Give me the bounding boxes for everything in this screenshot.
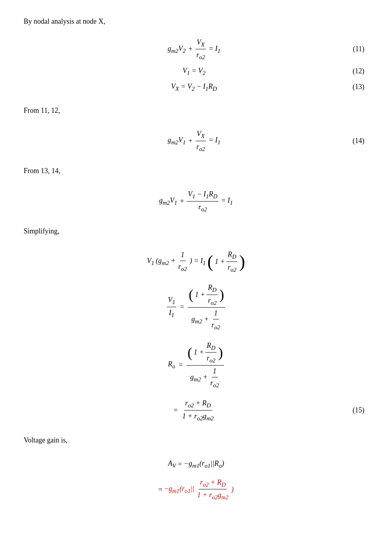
equation-14-row: gm2V1 + VX ro2 = I1 (14) bbox=[24, 128, 368, 153]
av-eq-1: AV = −gm1(ro1||Ro) bbox=[168, 458, 224, 470]
voltage-gain-text: Voltage gain is, bbox=[24, 435, 368, 446]
equation-13: VX = V2 − I1RD bbox=[171, 81, 217, 93]
eq11-label: (11) bbox=[220, 43, 368, 55]
eq13-label: (13) bbox=[217, 81, 368, 93]
intro-text: By nodal analysis at node X, bbox=[24, 16, 368, 27]
av-eq-2-row: = −gm1(ro1|| ro2 + RD 1 + ro2gm2 ) bbox=[24, 477, 368, 502]
equation-combined-row: gm2V1 + V1 − I1RD ro2 = I1 bbox=[24, 188, 368, 214]
equation-14: gm2V1 + VX ro2 = I1 bbox=[168, 128, 220, 153]
equations-block-1: gm2V2 + VX ro2 = I1 (11) V1 = V2 (12) bbox=[24, 37, 368, 93]
equation-13-row: VX = V2 − I1RD (13) bbox=[24, 81, 368, 93]
equation-12: V1 = V2 bbox=[183, 65, 205, 78]
equations-block-3: gm2V1 + V1 − I1RD ro2 = I1 bbox=[24, 188, 368, 214]
eq12-label: (12) bbox=[205, 65, 368, 77]
simplifying-text: Simplifying, bbox=[24, 226, 368, 237]
eq15-label: (15) bbox=[215, 405, 368, 416]
simplify-eq-2: V1 I1 = ( 1 + RD ro2 ) gm2 + bbox=[167, 282, 225, 332]
simplify-eq-2-row: V1 I1 = ( 1 + RD ro2 ) gm2 + bbox=[24, 282, 368, 332]
page-content: By nodal analysis at node X, gm2V2 + VX … bbox=[24, 16, 368, 502]
simplify-eq-3: Ro = ( 1 + RD ro2 ) gm2 + bbox=[168, 340, 224, 390]
equation-12-row: V1 = V2 (12) bbox=[24, 65, 368, 78]
voltage-gain-block: AV = −gm1(ro1||Ro) = −gm1(ro1|| ro2 + RD… bbox=[24, 458, 368, 502]
from11-12-text: From 11, 12, bbox=[24, 105, 368, 116]
simplify-eq-4: = ro2 + RD 1 + ro2gm2 bbox=[173, 398, 215, 423]
simplification-block: V1 (gm2 + 1 ro2 ) = I1 ( 1 + RD ro2 ) bbox=[24, 249, 368, 423]
simplify-eq-3-row: Ro = ( 1 + RD ro2 ) gm2 + bbox=[24, 340, 368, 390]
simplify-eq-1-row: V1 (gm2 + 1 ro2 ) = I1 ( 1 + RD ro2 ) bbox=[24, 249, 368, 274]
from13-14-text: From 13, 14, bbox=[24, 165, 368, 177]
av-eq-2: = −gm1(ro1|| ro2 + RD 1 + ro2gm2 ) bbox=[158, 477, 233, 502]
equation-11: gm2V2 + VX ro2 = I1 bbox=[168, 37, 220, 62]
av-eq-1-row: AV = −gm1(ro1||Ro) bbox=[24, 458, 368, 470]
simplify-eq-4-row: = ro2 + RD 1 + ro2gm2 (15) bbox=[24, 398, 368, 423]
equation-11-row: gm2V2 + VX ro2 = I1 (11) bbox=[24, 37, 368, 62]
equations-block-2: gm2V1 + VX ro2 = I1 (14) bbox=[24, 128, 368, 153]
simplify-eq-1: V1 (gm2 + 1 ro2 ) = I1 ( 1 + RD ro2 ) bbox=[147, 249, 245, 274]
equation-combined: gm2V1 + V1 − I1RD ro2 = I1 bbox=[159, 188, 233, 214]
eq14-label: (14) bbox=[220, 135, 368, 147]
